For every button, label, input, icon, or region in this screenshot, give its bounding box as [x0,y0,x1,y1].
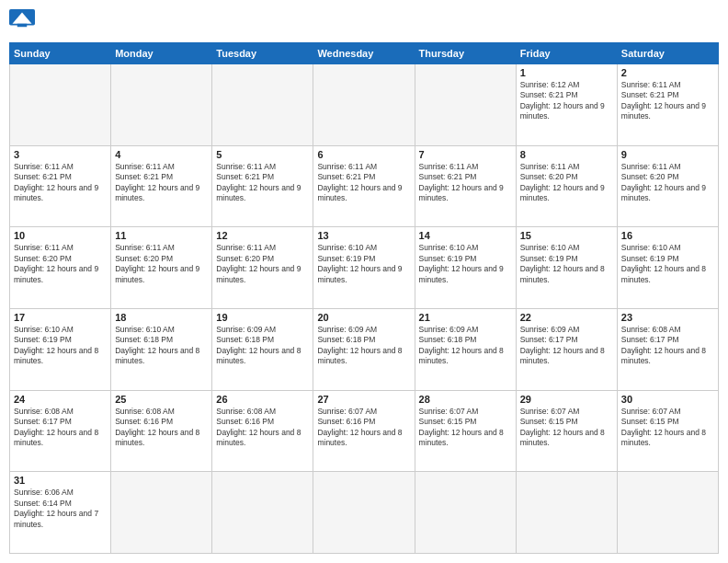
calendar-week-2: 10Sunrise: 6:11 AMSunset: 6:20 PMDayligh… [10,227,719,309]
calendar-cell: 6Sunrise: 6:11 AMSunset: 6:21 PMDaylight… [313,145,415,227]
day-info: Sunrise: 6:08 AMSunset: 6:16 PMDaylight:… [216,407,309,449]
weekday-header-saturday: Saturday [617,43,718,64]
day-info: Sunrise: 6:12 AMSunset: 6:21 PMDaylight:… [520,80,613,122]
calendar-cell: 21Sunrise: 6:09 AMSunset: 6:18 PMDayligh… [415,308,516,390]
calendar-cell: 23Sunrise: 6:08 AMSunset: 6:17 PMDayligh… [617,308,718,390]
weekday-header-tuesday: Tuesday [212,43,313,64]
day-info: Sunrise: 6:10 AMSunset: 6:19 PMDaylight:… [621,243,714,285]
day-info: Sunrise: 6:11 AMSunset: 6:20 PMDaylight:… [621,162,714,204]
calendar-cell [10,64,111,146]
day-info: Sunrise: 6:08 AMSunset: 6:17 PMDaylight:… [621,325,714,367]
day-number: 16 [621,230,714,241]
calendar-cell: 20Sunrise: 6:09 AMSunset: 6:18 PMDayligh… [313,308,415,390]
day-info: Sunrise: 6:09 AMSunset: 6:17 PMDaylight:… [520,325,613,367]
calendar-cell: 4Sunrise: 6:11 AMSunset: 6:21 PMDaylight… [111,145,212,227]
day-number: 14 [419,230,512,241]
calendar-cell [212,64,313,146]
day-info: Sunrise: 6:11 AMSunset: 6:21 PMDaylight:… [14,162,107,204]
calendar-cell: 9Sunrise: 6:11 AMSunset: 6:20 PMDaylight… [617,145,718,227]
calendar-cell: 18Sunrise: 6:10 AMSunset: 6:18 PMDayligh… [111,308,212,390]
calendar-cell: 1Sunrise: 6:12 AMSunset: 6:21 PMDaylight… [516,64,617,146]
calendar-week-0: 1Sunrise: 6:12 AMSunset: 6:21 PMDaylight… [10,64,719,146]
day-number: 20 [317,312,410,323]
day-number: 26 [216,394,309,405]
day-number: 11 [115,230,208,241]
calendar-cell: 16Sunrise: 6:10 AMSunset: 6:19 PMDayligh… [617,227,718,309]
day-info: Sunrise: 6:11 AMSunset: 6:20 PMDaylight:… [216,243,309,285]
day-number: 28 [419,394,512,405]
calendar-cell [516,472,617,554]
day-info: Sunrise: 6:08 AMSunset: 6:17 PMDaylight:… [14,407,107,449]
generalblue-logo-icon [9,9,35,35]
calendar-body: 1Sunrise: 6:12 AMSunset: 6:21 PMDaylight… [10,64,719,554]
day-info: Sunrise: 6:09 AMSunset: 6:18 PMDaylight:… [216,325,309,367]
calendar-cell: 10Sunrise: 6:11 AMSunset: 6:20 PMDayligh… [10,227,111,309]
day-number: 29 [520,394,613,405]
day-number: 30 [621,394,714,405]
day-info: Sunrise: 6:07 AMSunset: 6:15 PMDaylight:… [621,407,714,449]
calendar-cell: 8Sunrise: 6:11 AMSunset: 6:20 PMDaylight… [516,145,617,227]
day-number: 22 [520,312,613,323]
day-number: 19 [216,312,309,323]
calendar-cell: 5Sunrise: 6:11 AMSunset: 6:21 PMDaylight… [212,145,313,227]
day-number: 18 [115,312,208,323]
calendar-cell [212,472,313,554]
calendar-cell: 15Sunrise: 6:10 AMSunset: 6:19 PMDayligh… [516,227,617,309]
calendar-cell: 2Sunrise: 6:11 AMSunset: 6:21 PMDaylight… [617,64,718,146]
day-info: Sunrise: 6:10 AMSunset: 6:19 PMDaylight:… [520,243,613,285]
calendar-cell: 14Sunrise: 6:10 AMSunset: 6:19 PMDayligh… [415,227,516,309]
calendar-cell: 11Sunrise: 6:11 AMSunset: 6:20 PMDayligh… [111,227,212,309]
calendar-cell [617,472,718,554]
day-number: 17 [14,312,107,323]
day-number: 1 [520,67,613,78]
calendar-cell [415,64,516,146]
day-info: Sunrise: 6:11 AMSunset: 6:21 PMDaylight:… [317,162,410,204]
day-number: 21 [419,312,512,323]
day-info: Sunrise: 6:11 AMSunset: 6:20 PMDaylight:… [115,243,208,285]
day-number: 25 [115,394,208,405]
day-info: Sunrise: 6:11 AMSunset: 6:20 PMDaylight:… [520,162,613,204]
calendar-cell: 22Sunrise: 6:09 AMSunset: 6:17 PMDayligh… [516,308,617,390]
calendar-cell [313,472,415,554]
calendar-week-5: 31Sunrise: 6:06 AMSunset: 6:14 PMDayligh… [10,472,719,554]
calendar-week-3: 17Sunrise: 6:10 AMSunset: 6:19 PMDayligh… [10,308,719,390]
calendar-cell: 28Sunrise: 6:07 AMSunset: 6:15 PMDayligh… [415,390,516,472]
calendar-week-4: 24Sunrise: 6:08 AMSunset: 6:17 PMDayligh… [10,390,719,472]
calendar-table: SundayMondayTuesdayWednesdayThursdayFrid… [9,42,719,554]
day-number: 23 [621,312,714,323]
calendar-week-1: 3Sunrise: 6:11 AMSunset: 6:21 PMDaylight… [10,145,719,227]
day-number: 10 [14,230,107,241]
day-info: Sunrise: 6:11 AMSunset: 6:21 PMDaylight:… [419,162,512,204]
calendar-cell: 31Sunrise: 6:06 AMSunset: 6:14 PMDayligh… [10,472,111,554]
weekday-header-wednesday: Wednesday [313,43,415,64]
calendar-cell: 13Sunrise: 6:10 AMSunset: 6:19 PMDayligh… [313,227,415,309]
day-info: Sunrise: 6:11 AMSunset: 6:21 PMDaylight:… [115,162,208,204]
calendar-cell: 24Sunrise: 6:08 AMSunset: 6:17 PMDayligh… [10,390,111,472]
weekday-header-monday: Monday [111,43,212,64]
day-info: Sunrise: 6:11 AMSunset: 6:20 PMDaylight:… [14,243,107,285]
weekday-header-thursday: Thursday [415,43,516,64]
calendar-cell: 29Sunrise: 6:07 AMSunset: 6:15 PMDayligh… [516,390,617,472]
day-info: Sunrise: 6:11 AMSunset: 6:21 PMDaylight:… [621,80,714,122]
day-number: 8 [520,149,613,160]
day-info: Sunrise: 6:09 AMSunset: 6:18 PMDaylight:… [317,325,410,367]
calendar-cell: 25Sunrise: 6:08 AMSunset: 6:16 PMDayligh… [111,390,212,472]
day-info: Sunrise: 6:11 AMSunset: 6:21 PMDaylight:… [216,162,309,204]
calendar-cell: 30Sunrise: 6:07 AMSunset: 6:15 PMDayligh… [617,390,718,472]
calendar-cell [111,64,212,146]
day-info: Sunrise: 6:07 AMSunset: 6:16 PMDaylight:… [317,407,410,449]
day-number: 4 [115,149,208,160]
day-number: 15 [520,230,613,241]
day-number: 13 [317,230,410,241]
day-number: 5 [216,149,309,160]
weekday-header-row: SundayMondayTuesdayWednesdayThursdayFrid… [10,43,719,64]
calendar-cell: 27Sunrise: 6:07 AMSunset: 6:16 PMDayligh… [313,390,415,472]
calendar-cell: 19Sunrise: 6:09 AMSunset: 6:18 PMDayligh… [212,308,313,390]
calendar-cell [313,64,415,146]
day-info: Sunrise: 6:07 AMSunset: 6:15 PMDaylight:… [520,407,613,449]
day-info: Sunrise: 6:09 AMSunset: 6:18 PMDaylight:… [419,325,512,367]
day-number: 2 [621,67,714,78]
logo [9,9,39,35]
day-number: 27 [317,394,410,405]
day-info: Sunrise: 6:10 AMSunset: 6:19 PMDaylight:… [419,243,512,285]
